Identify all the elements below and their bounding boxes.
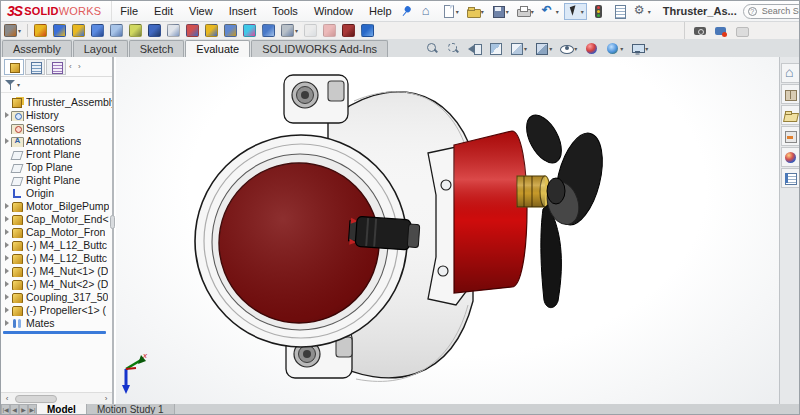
tab-layout[interactable]: Layout — [73, 40, 128, 57]
tree-item[interactable]: (-) M4_L12_Buttc — [1, 251, 112, 264]
evaluate-tools-button[interactable]: ▾ — [2, 22, 23, 39]
panel-tab-propertymanager[interactable] — [25, 59, 45, 75]
expand-arrow-icon[interactable] — [5, 138, 9, 144]
take-snapshot-button[interactable]: ▾ — [279, 22, 300, 39]
screen-capture-button[interactable] — [691, 22, 710, 39]
expand-arrow-icon[interactable] — [5, 216, 9, 222]
panel-tab-configurationmanager[interactable] — [46, 59, 66, 75]
expand-arrow-icon[interactable] — [5, 242, 9, 248]
apply-scene-button[interactable]: ▾ — [603, 40, 626, 57]
tree-item[interactable]: Mates — [1, 316, 112, 329]
new-document-button[interactable]: ▾ — [439, 3, 462, 20]
tab-solidworks-add-ins[interactable]: SOLIDWORKS Add-Ins — [251, 40, 388, 57]
scroll-left-icon[interactable]: ‹ — [1, 394, 13, 403]
study-nav-button[interactable]: ▶| — [28, 404, 37, 415]
study-nav-button[interactable]: ◀ — [10, 404, 19, 415]
save-button[interactable]: ▾ — [489, 3, 512, 20]
mate-button[interactable] — [51, 22, 68, 39]
scroll-right-icon[interactable]: › — [100, 394, 112, 403]
top-mount-lug[interactable] — [284, 75, 348, 123]
expand-arrow-icon[interactable] — [5, 229, 9, 235]
new-motion-study-button[interactable] — [184, 22, 201, 39]
filter-funnel-icon[interactable] — [5, 79, 16, 91]
expand-arrow-icon[interactable] — [5, 255, 9, 261]
menu-help[interactable]: Help — [361, 1, 400, 21]
smart-fasteners-button[interactable] — [89, 22, 106, 39]
menu-file[interactable]: File — [112, 1, 146, 21]
expand-arrow-icon[interactable] — [5, 307, 9, 313]
motor-red-cylinder[interactable] — [454, 131, 527, 293]
search-box[interactable]: ? ▾ — [743, 4, 800, 19]
tree-item[interactable]: History — [1, 108, 112, 121]
hide-show-items-button[interactable]: ▾ — [557, 40, 580, 57]
menu-tools[interactable]: Tools — [264, 1, 306, 21]
tree-item[interactable]: Thruster_Assembly — [1, 95, 112, 108]
view-orientation-button[interactable]: ▾ — [507, 40, 530, 57]
study-nav-button[interactable]: ▶ — [19, 404, 28, 415]
custom-properties-button[interactable] — [781, 168, 800, 188]
dropdown-icon[interactable]: ▾ — [581, 8, 584, 15]
move-component-button[interactable] — [108, 22, 125, 39]
pack-and-go-button[interactable] — [340, 22, 357, 39]
tree-item[interactable]: Annotations — [1, 134, 112, 147]
previous-view-button[interactable] — [465, 40, 484, 57]
tab-motion-study-1[interactable]: Motion Study 1 — [87, 404, 175, 415]
show-hidden-components-button[interactable] — [127, 22, 144, 39]
tree-item[interactable]: Right Plane — [1, 173, 112, 186]
propeller[interactable] — [519, 109, 610, 307]
dropdown-icon[interactable]: ▾ — [648, 8, 651, 15]
section-view-button[interactable] — [486, 40, 505, 57]
update-speedpak-button[interactable] — [260, 22, 277, 39]
dropdown-icon[interactable]: ▾ — [506, 8, 509, 15]
menu-insert[interactable]: Insert — [221, 1, 265, 21]
search-input[interactable] — [760, 5, 800, 17]
panel-splitter-handle[interactable] — [110, 215, 115, 229]
expand-arrow-icon[interactable] — [5, 203, 9, 209]
appearances-scenes-button[interactable] — [781, 147, 800, 167]
solidworks-resources-home-button[interactable] — [781, 63, 800, 83]
file-properties-button[interactable] — [610, 3, 629, 20]
edit-appearance-button[interactable] — [582, 40, 601, 57]
animation-disabled-button[interactable] — [733, 22, 752, 39]
tree-item[interactable]: (-) M4_L12_Buttc — [1, 238, 112, 251]
tree-item[interactable]: Sensors — [1, 121, 112, 134]
expand-arrow-icon[interactable] — [5, 281, 9, 287]
panel-tab-featuremanager[interactable] — [4, 59, 24, 75]
tree-item[interactable]: Top Plane — [1, 160, 112, 173]
edrawings-button[interactable] — [359, 22, 376, 39]
thruster-3d-model[interactable]: x — [116, 57, 779, 404]
filter-dropdown-icon[interactable]: ▾ — [17, 81, 20, 88]
zoom-to-fit-button[interactable] — [423, 40, 442, 57]
design-library-button[interactable] — [781, 84, 800, 104]
expand-arrow-icon[interactable] — [5, 294, 9, 300]
view-settings-button[interactable]: ▾ — [628, 40, 651, 57]
assembly-features-button[interactable] — [146, 22, 163, 39]
linear-component-pattern-button[interactable] — [70, 22, 87, 39]
tree-item[interactable]: (-) Propeller<1> ( — [1, 303, 112, 316]
exploded-view-button[interactable] — [222, 22, 239, 39]
study-nav-button[interactable]: |◀ — [1, 404, 10, 415]
display-style-button[interactable]: ▾ — [532, 40, 555, 57]
menu-window[interactable]: Window — [306, 1, 361, 21]
tree-item[interactable]: Cap_Motor_Fron — [1, 225, 112, 238]
power-connector-plug[interactable] — [348, 216, 420, 251]
brass-coupling[interactable] — [517, 176, 550, 207]
file-explorer-button[interactable] — [781, 105, 800, 125]
tab-evaluate[interactable]: Evaluate — [185, 40, 250, 57]
tree-item[interactable]: (-) M4_Nut<1> (D — [1, 264, 112, 277]
tree-item[interactable]: Motor_BilgePump — [1, 199, 112, 212]
select-button[interactable]: ▾ — [564, 3, 587, 20]
scrollbar-thumb[interactable] — [15, 395, 57, 403]
expand-arrow-icon[interactable] — [5, 112, 9, 118]
pin-menubar-icon[interactable] — [397, 2, 415, 20]
home-button[interactable] — [418, 3, 437, 20]
zoom-to-area-button[interactable] — [444, 40, 463, 57]
graphics-viewport[interactable]: x — [116, 57, 779, 404]
print-button[interactable]: ▾ — [514, 3, 537, 20]
tab-assembly[interactable]: Assembly — [2, 40, 72, 57]
tree-item[interactable]: (-) M4_Nut<2> (D — [1, 277, 112, 290]
dropdown-icon[interactable]: ▾ — [531, 8, 534, 15]
expand-arrow-icon[interactable] — [5, 320, 9, 326]
reference-geometry-button[interactable] — [165, 22, 182, 39]
tab-sketch[interactable]: Sketch — [129, 40, 185, 57]
